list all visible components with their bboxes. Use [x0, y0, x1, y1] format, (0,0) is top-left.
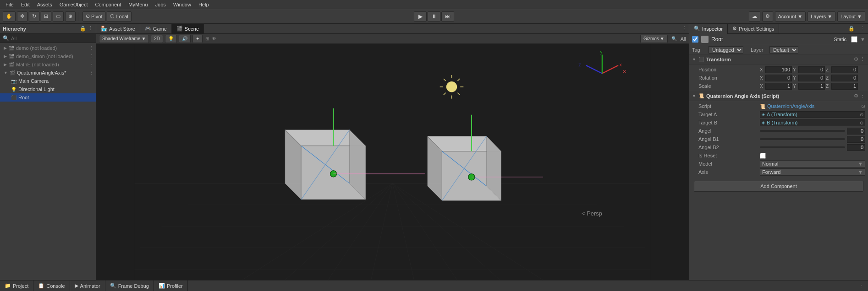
tab-game[interactable]: 🎮 Game [140, 24, 172, 34]
hierarchy-item-light[interactable]: 💡 Directional Light [0, 85, 96, 93]
scale-z-input[interactable] [831, 83, 858, 90]
inspector-lock-icon[interactable]: 🔒 [846, 26, 857, 32]
menu-jobs[interactable]: Jobs [152, 2, 170, 7]
angel-value-input[interactable] [847, 128, 865, 135]
hierarchy-item-demo-simon[interactable]: ▶ 🎬 demo_simon (not loaded) ⋮ [0, 52, 96, 60]
hierarchy-lock-icon[interactable]: 🔒 [80, 26, 86, 32]
menu-assets[interactable]: Assets [33, 2, 56, 7]
pause-button[interactable]: ⏸ [428, 11, 440, 22]
angel-label: Angel [698, 128, 758, 134]
menu-gameobject[interactable]: GameObject [56, 2, 92, 7]
scale-y-input[interactable] [798, 83, 825, 90]
bottom-menu-icon[interactable]: ⋮ [859, 283, 864, 289]
hierarchy-label-mathe: MathE (not loaded) [16, 62, 59, 67]
object-active-checkbox[interactable] [692, 36, 698, 43]
tab-asset-store[interactable]: 🏪 Asset Store [96, 24, 140, 34]
hierarchy-item-demo[interactable]: ▶ 🎬 demo (not loaded) ⋮ [0, 44, 96, 52]
script-settings-icon[interactable]: ⚙ [854, 93, 858, 99]
menu-edit[interactable]: Edit [17, 2, 33, 7]
angel-b2-value-input[interactable] [847, 144, 865, 151]
account-button[interactable]: Account ▼ [775, 11, 806, 22]
tool-rotate[interactable]: ↻ [29, 11, 39, 22]
transform-settings-icon[interactable]: ⚙ [854, 56, 858, 62]
scale-x-input[interactable] [765, 83, 792, 90]
scene-viewport[interactable]: x y z × < Persp [96, 44, 689, 280]
pos-z-input[interactable] [831, 66, 858, 73]
tool-scale[interactable]: ⊞ [41, 11, 51, 22]
hierarchy-dots-mathe[interactable]: ⋮ [89, 62, 94, 68]
model-dropdown[interactable]: Normal ▼ [760, 160, 865, 167]
tab-project-settings[interactable]: ⚙ Project Settings [728, 24, 779, 34]
script-overflow-icon[interactable]: ⋮ [860, 93, 865, 99]
transform-header[interactable]: ▼ ⬛ Transform ⚙ ⋮ [689, 54, 868, 65]
step-button[interactable]: ⏭ [441, 11, 454, 22]
collab-button[interactable]: ☁ [749, 11, 760, 22]
search-icon-scene[interactable]: 🔍 [670, 36, 679, 41]
menu-mymenu[interactable]: MyMenu [125, 2, 151, 7]
hierarchy-dots-quaternion[interactable]: ⋮ [89, 70, 94, 76]
axis-dropdown[interactable]: Forward ▼ [760, 168, 865, 176]
transform-overflow-icon[interactable]: ⋮ [860, 56, 865, 62]
add-component-button[interactable]: Add Component [694, 181, 863, 192]
pos-y-input[interactable] [798, 66, 825, 73]
tool-transform[interactable]: ⊕ [65, 11, 76, 22]
hierarchy-item-quaternion[interactable]: ▼ 🎬 QuaternionAngleAxis* ⋮ [0, 69, 96, 77]
pos-x-input[interactable] [765, 66, 792, 73]
hierarchy-item-camera[interactable]: 📷 Main Camera [0, 77, 96, 85]
script-pick-icon[interactable]: ⊙ [861, 103, 865, 109]
2d-button[interactable]: 2D [151, 35, 163, 43]
tab-scene[interactable]: 🎬 Scene [172, 24, 204, 34]
rot-x-input[interactable] [765, 75, 792, 81]
menu-window[interactable]: Window [170, 2, 195, 7]
scene-toolbar: Shaded Wireframe ▼ 2D 💡 🔊 ✦ ⊞ 👁 Gizmos ▼… [96, 34, 689, 44]
local-button[interactable]: ⬡ Local [107, 11, 131, 22]
angel-slider-track[interactable] [760, 130, 845, 132]
services-button[interactable]: ⚙ [762, 11, 773, 22]
target-b-field[interactable]: ◈ B (Transform) ⊙ [760, 119, 865, 126]
static-dropdown-icon[interactable]: ▼ [860, 37, 865, 42]
target-a-field[interactable]: ◈ A (Transform) ⊙ [760, 111, 865, 118]
hierarchy-dots-simon[interactable]: ⋮ [89, 54, 94, 59]
hierarchy-item-mathe[interactable]: ▶ 🎬 MathE (not loaded) ⋮ [0, 60, 96, 69]
hierarchy-search-input[interactable] [11, 36, 93, 41]
hierarchy-item-root[interactable]: ⬛ Root [0, 93, 96, 102]
script-component-header[interactable]: ▼ 📜 Quaternion Angle Axis (Script) ⚙ ⋮ [689, 91, 868, 101]
layer-dropdown[interactable]: Default [769, 46, 798, 54]
gizmos-dropdown[interactable]: Gizmos ▼ [640, 35, 668, 43]
layers-button[interactable]: Layers ▼ [808, 11, 835, 22]
menu-component[interactable]: Component [91, 2, 125, 7]
hierarchy-dots-demo[interactable]: ⋮ [89, 45, 94, 51]
bottom-tab-console[interactable]: 📋 Console [33, 280, 70, 291]
is-reset-checkbox[interactable] [760, 153, 766, 159]
shading-dropdown[interactable]: Shaded Wireframe ▼ [99, 35, 149, 43]
hierarchy-menu-icon[interactable]: ⋮ [88, 26, 93, 32]
bottom-tab-frame-debug[interactable]: 🔍 Frame Debug [105, 280, 154, 291]
static-checkbox[interactable] [851, 36, 857, 43]
angel-b2-slider-track[interactable] [760, 146, 845, 148]
inspector-menu-icon[interactable]: ⋮ [857, 26, 868, 32]
target-a-pick-btn[interactable]: ⊙ [860, 112, 863, 117]
target-b-pick-btn[interactable]: ⊙ [860, 120, 863, 125]
rot-z-input[interactable] [831, 75, 858, 81]
effects-toggle[interactable]: ✦ [192, 35, 203, 43]
layout-button[interactable]: Layout ▼ [837, 11, 865, 22]
rot-y-input[interactable] [798, 75, 825, 81]
angel-b1-value-input[interactable] [847, 136, 865, 143]
menu-help[interactable]: Help [195, 2, 213, 7]
tag-dropdown[interactable]: Untagged [709, 46, 743, 54]
tab-inspector[interactable]: 🔍 Inspector [689, 24, 728, 34]
bottom-tab-project[interactable]: 📁 Project [0, 280, 33, 291]
audio-toggle[interactable]: 🔊 [179, 35, 191, 43]
play-button[interactable]: ▶ [414, 11, 427, 22]
tool-move[interactable]: ✥ [17, 11, 27, 22]
pivot-button[interactable]: ⊙ Pivot [82, 11, 105, 22]
scene-panel-menu[interactable]: ⋮ [680, 26, 689, 32]
bottom-tab-profiler[interactable]: 📊 Profiler [154, 280, 188, 291]
menu-file[interactable]: File [2, 2, 17, 7]
tool-hand[interactable]: ✋ [3, 11, 16, 22]
bottom-tab-animator[interactable]: ▶ Animator [70, 280, 105, 291]
frame-debug-icon: 🔍 [110, 283, 116, 289]
tool-rect[interactable]: ▭ [53, 11, 64, 22]
lighting-toggle[interactable]: 💡 [165, 35, 177, 43]
angel-b1-slider-track[interactable] [760, 138, 845, 140]
